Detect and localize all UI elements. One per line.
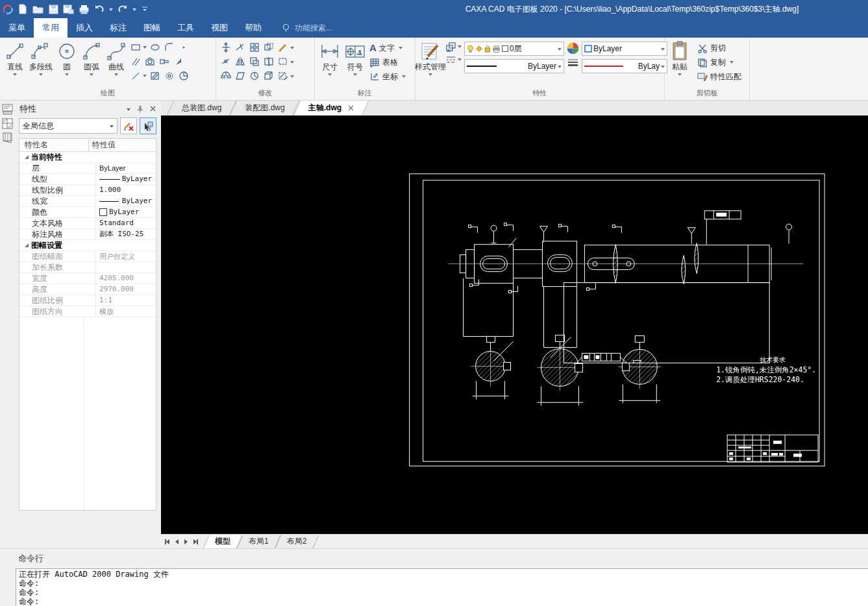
- paste-button[interactable]: 粘贴: [667, 40, 692, 77]
- rectangle-tool-icon[interactable]: [129, 40, 143, 55]
- menu-item-home[interactable]: 常用: [34, 18, 68, 38]
- quick-select-button[interactable]: [140, 117, 156, 134]
- customize-qat-icon[interactable]: [141, 5, 149, 13]
- function-search[interactable]: 功能搜索...: [282, 18, 332, 38]
- bolt-tool-icon[interactable]: [157, 55, 171, 69]
- color-wheel-icon[interactable]: [567, 42, 579, 55]
- first-layout-button[interactable]: [165, 539, 169, 544]
- circle-button[interactable]: 圆: [55, 40, 79, 77]
- prop-row-sheet-size[interactable]: 图纸幅面用户自定义: [19, 251, 156, 262]
- wipeout-tool-icon[interactable]: [177, 69, 191, 83]
- prop-row-height[interactable]: 高度2970.000: [19, 284, 156, 295]
- menu-item-annotate[interactable]: 标注: [101, 18, 135, 38]
- layout-tab-layout1[interactable]: 布局1: [240, 535, 278, 548]
- text-button[interactable]: A 文字: [368, 41, 407, 55]
- dimension-button[interactable]: 尺寸: [317, 40, 342, 77]
- prop-row-dimstyle[interactable]: 标注风格副本 ISO-25: [19, 229, 156, 240]
- menu-item-view[interactable]: 视图: [203, 18, 236, 38]
- layer-combo[interactable]: 0层: [464, 42, 564, 56]
- arc-button[interactable]: 圆弧: [79, 40, 104, 77]
- prev-layout-button[interactable]: [175, 539, 179, 544]
- line-button[interactable]: 直线: [3, 40, 27, 77]
- prop-row-width[interactable]: 宽度4205.000: [19, 273, 156, 284]
- cut-button[interactable]: 剪切: [696, 41, 743, 55]
- hole-shape-icon[interactable]: [143, 55, 157, 69]
- prop-group-sheet[interactable]: 图幅设置: [19, 240, 156, 251]
- redo-icon[interactable]: [118, 5, 128, 14]
- app-logo-icon[interactable]: [3, 5, 13, 14]
- break-icon[interactable]: [262, 55, 276, 69]
- style-manager-button[interactable]: 样式管理: [418, 40, 443, 77]
- copy-button[interactable]: 复制: [696, 55, 743, 69]
- stretch-icon[interactable]: [262, 40, 276, 55]
- properties-panel-tab-icon[interactable]: [2, 104, 13, 115]
- prop-row-lineweight[interactable]: 线宽ByLayer: [19, 196, 156, 207]
- polyline-button[interactable]: 多段线: [27, 40, 55, 77]
- menu-item-menu[interactable]: 菜单: [0, 18, 34, 38]
- print-icon[interactable]: [79, 5, 90, 14]
- prop-row-layer[interactable]: 层ByLayer: [19, 163, 156, 174]
- prop-row-color[interactable]: 颜色ByLayer: [19, 207, 156, 218]
- ellipse-tool-icon[interactable]: [148, 40, 162, 55]
- match-properties-button[interactable]: 特性匹配: [696, 69, 743, 84]
- lineweight-icon[interactable]: [567, 58, 579, 66]
- menu-item-insert[interactable]: 插入: [68, 18, 101, 38]
- undo-icon[interactable]: [94, 5, 105, 14]
- save-all-icon[interactable]: [63, 5, 74, 14]
- redo-dropdown-caret[interactable]: [132, 8, 136, 11]
- undo-dropdown-caret[interactable]: [109, 8, 113, 11]
- pick-arrow-icon[interactable]: [171, 55, 186, 69]
- edit-pencil-icon[interactable]: [276, 40, 290, 55]
- new-file-icon[interactable]: [18, 4, 28, 14]
- linetype-combo[interactable]: ByLayer: [464, 59, 564, 73]
- table-button[interactable]: 表格: [368, 55, 407, 69]
- sketch-line-icon[interactable]: [129, 69, 143, 83]
- frame-icon[interactable]: [276, 55, 290, 69]
- lineweight-combo[interactable]: ByLay: [582, 59, 667, 73]
- menu-item-sheet[interactable]: 图幅: [135, 18, 169, 38]
- color-combo[interactable]: ByLayer: [582, 42, 667, 56]
- panel-pin-icon[interactable]: [137, 105, 143, 113]
- prop-row-scale[interactable]: 图纸比例1:1: [19, 295, 156, 306]
- prop-row-lengthen[interactable]: 加长系数: [19, 262, 156, 273]
- array-icon[interactable]: [247, 40, 262, 55]
- node-edit-icon[interactable]: [219, 55, 233, 69]
- prop-row-linetype[interactable]: 线型ByLayer: [19, 174, 156, 185]
- fillet-tool-icon[interactable]: [162, 40, 177, 55]
- doc-tab-assembly[interactable]: 装配图.dwg: [233, 101, 296, 115]
- hatch-tool-icon[interactable]: [148, 69, 162, 83]
- rotate-icon[interactable]: [247, 69, 262, 83]
- last-layout-button[interactable]: [193, 539, 198, 544]
- menu-item-help[interactable]: 帮助: [236, 18, 270, 38]
- curve-button[interactable]: 曲线: [104, 40, 129, 77]
- point-tool-icon[interactable]: [177, 40, 191, 55]
- prop-row-textstyle[interactable]: 文本风格Standard: [19, 218, 156, 229]
- layer-convert-button[interactable]: [445, 42, 462, 52]
- linetype-tool-button[interactable]: [445, 55, 462, 64]
- layout-tab-layout2[interactable]: 布局2: [278, 535, 316, 548]
- trim-icon[interactable]: [233, 40, 247, 55]
- shear-icon[interactable]: [233, 69, 247, 83]
- layout-tab-model[interactable]: 模型: [206, 535, 240, 548]
- prop-group-current[interactable]: 当前特性: [19, 152, 156, 163]
- hatch-edit-icon[interactable]: [276, 69, 290, 83]
- doc-tab-assembly-general[interactable]: 总装图.dwg: [170, 101, 233, 115]
- close-doc-icon[interactable]: [348, 105, 354, 111]
- options-panel-tab-icon[interactable]: [2, 132, 13, 143]
- gear-tool-icon[interactable]: [162, 69, 177, 83]
- panel-menu-caret[interactable]: [127, 107, 130, 111]
- panel-close-icon[interactable]: [150, 106, 156, 112]
- menu-item-tools[interactable]: 工具: [169, 18, 203, 38]
- parallel-lines-icon[interactable]: [129, 55, 143, 69]
- symbol-button[interactable]: .1 符号: [342, 40, 368, 77]
- scale-icon[interactable]: [219, 69, 233, 83]
- command-history[interactable]: 正在打开 AutoCAD 2000 Drawing 文件 命令: 命令: 命令:: [16, 568, 868, 606]
- move-icon[interactable]: [219, 40, 233, 55]
- 3d-box-icon[interactable]: [262, 69, 276, 83]
- doc-tab-spindle[interactable]: 主轴.dwg: [297, 101, 366, 115]
- offset-icon[interactable]: [247, 55, 262, 69]
- drawing-canvas[interactable]: 技术要求 1.锐角倒钝,未注倒角2×45°. 2.调质处理HRS220-240.: [161, 115, 868, 534]
- prop-row-orientation[interactable]: 图纸方向横放: [19, 306, 156, 317]
- library-panel-tab-icon[interactable]: [2, 118, 13, 129]
- open-file-icon[interactable]: [32, 5, 44, 14]
